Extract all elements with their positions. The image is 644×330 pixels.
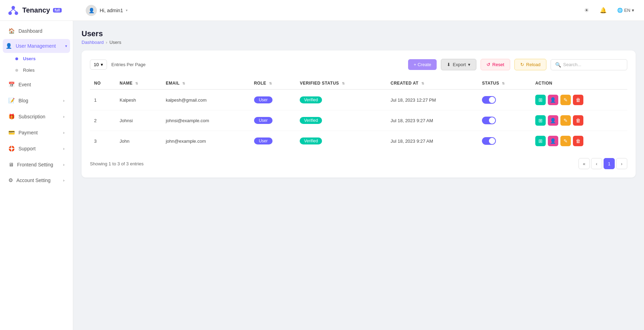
globe-icon: 🌐 — [617, 8, 623, 13]
table-toolbar: 10 ▾ Entries Per Page + Create ⬇ Export … — [90, 59, 627, 70]
reset-button[interactable]: ↺ Reset — [481, 59, 510, 70]
user-button[interactable]: 👤 — [548, 95, 558, 105]
search-box: 🔍 — [551, 59, 627, 70]
cell-verified-status: Verified — [296, 89, 386, 110]
sidebar-label-blog: Blog — [18, 98, 28, 103]
col-created-at[interactable]: CREATED AT ⇅ — [386, 77, 478, 89]
user-management-chevron-icon: ▾ — [65, 44, 67, 48]
table-body: 1 Kalpesh kalpesh@gmail.com User Verifie… — [90, 89, 627, 151]
notification-icon[interactable]: 🔔 — [598, 5, 609, 16]
sidebar-item-frontend-setting[interactable]: 🖥 Frontend Setting › — [3, 157, 70, 172]
delete-button[interactable]: 🗑 — [573, 136, 583, 146]
col-action: ACTION — [531, 77, 627, 89]
account-setting-chevron-icon: › — [63, 178, 64, 182]
breadcrumb-current: Users — [109, 40, 121, 45]
sidebar-item-dashboard[interactable]: 🏠 Dashboard — [3, 24, 70, 38]
table-footer: Showing 1 to 3 of 3 entries « ‹ 1 › — [90, 158, 627, 169]
entries-per-page-select[interactable]: 10 ▾ — [90, 60, 107, 70]
logo: Tenancy full — [7, 4, 77, 17]
user-greeting[interactable]: 👤 Hi, admin1 ▾ — [82, 3, 131, 18]
col-role[interactable]: ROLE ⇅ — [250, 77, 296, 89]
table-card: 10 ▾ Entries Per Page + Create ⬇ Export … — [82, 50, 636, 178]
topnav-center: 👤 Hi, admin1 ▾ — [82, 3, 575, 18]
cell-status — [478, 131, 531, 151]
svg-line-3 — [10, 9, 13, 12]
verified-sort-icon: ⇅ — [342, 81, 345, 85]
action-buttons: ⊞ 👤 ✎ 🗑 — [535, 95, 623, 105]
svg-point-0 — [12, 6, 15, 9]
breadcrumb-separator: › — [106, 40, 107, 45]
cell-email: john@example.com — [162, 131, 250, 151]
sidebar-item-payment[interactable]: 💳 Payment › — [3, 125, 70, 140]
sidebar-label-subscription: Subscription — [18, 114, 45, 119]
sidebar-item-event[interactable]: 📅 Event — [3, 77, 70, 92]
logo-icon — [7, 4, 20, 17]
status-toggle[interactable] — [482, 96, 496, 104]
svg-point-2 — [15, 11, 18, 15]
app-name: Tenancy — [22, 6, 50, 14]
reload-button[interactable]: ↻ Reload — [514, 59, 546, 70]
sidebar-item-subscription[interactable]: 🎁 Subscription › — [3, 109, 70, 124]
cell-action: ⊞ 👤 ✎ 🗑 — [531, 89, 627, 110]
svg-line-4 — [13, 9, 16, 12]
role-badge: User — [254, 96, 273, 103]
delete-button[interactable]: 🗑 — [573, 115, 583, 126]
sidebar-item-users[interactable]: Users — [3, 53, 70, 64]
breadcrumb-parent[interactable]: Dashboard — [82, 40, 104, 45]
account-setting-icon: ⚙ — [8, 177, 13, 183]
col-name[interactable]: NAME ⇅ — [115, 77, 161, 89]
col-status[interactable]: STATUS ⇅ — [478, 77, 531, 89]
sidebar-label-account-setting: Account Setting — [16, 178, 51, 183]
view-button[interactable]: ⊞ — [535, 136, 546, 146]
support-chevron-icon: › — [63, 147, 64, 151]
col-email[interactable]: EMAIL ⇅ — [162, 77, 250, 89]
reload-label: Reload — [526, 62, 540, 67]
sidebar-item-account-setting[interactable]: ⚙ Account Setting › — [3, 173, 70, 188]
create-button[interactable]: + Create — [408, 59, 437, 70]
view-button[interactable]: ⊞ — [535, 95, 546, 105]
delete-button[interactable]: 🗑 — [573, 95, 583, 105]
user-button[interactable]: 👤 — [548, 136, 558, 146]
theme-toggle-icon[interactable]: ☀ — [581, 5, 592, 16]
dashboard-icon: 🏠 — [8, 28, 15, 34]
cell-name: John — [115, 131, 161, 151]
status-toggle[interactable] — [482, 117, 496, 124]
status-toggle[interactable] — [482, 137, 496, 145]
edit-button[interactable]: ✎ — [560, 136, 571, 146]
users-table: NO NAME ⇅ EMAIL ⇅ ROLE ⇅ VERIFIED STATUS… — [90, 77, 627, 151]
sidebar-item-roles[interactable]: Roles — [3, 64, 70, 76]
table-head: NO NAME ⇅ EMAIL ⇅ ROLE ⇅ VERIFIED STATUS… — [90, 77, 627, 89]
user-button[interactable]: 👤 — [548, 115, 558, 126]
sidebar-item-support[interactable]: 🛟 Support › — [3, 141, 70, 156]
pagination-page-1[interactable]: 1 — [604, 158, 615, 169]
topnav: Tenancy full 👤 Hi, admin1 ▾ ☀ 🔔 🌐 EN ▾ — [0, 0, 644, 21]
view-button[interactable]: ⊞ — [535, 115, 546, 126]
edit-button[interactable]: ✎ — [560, 115, 571, 126]
sidebar-label-payment: Payment — [18, 130, 38, 135]
sidebar-item-blog[interactable]: 📝 Blog › — [3, 93, 70, 108]
edit-button[interactable]: ✎ — [560, 95, 571, 105]
roles-dot-icon — [15, 69, 18, 72]
search-input[interactable] — [563, 62, 623, 67]
action-buttons: ⊞ 👤 ✎ 🗑 — [535, 136, 623, 146]
subscription-icon: 🎁 — [8, 113, 15, 120]
sidebar-item-user-management[interactable]: 👤 User Management ▾ — [3, 39, 70, 53]
pagination-next-button[interactable]: › — [616, 158, 627, 169]
lang-chevron-icon: ▾ — [632, 8, 634, 13]
sidebar-group-user-management: 👤 User Management ▾ Users Roles — [3, 39, 70, 76]
cell-name: Kalpesh — [115, 89, 161, 110]
frontend-setting-chevron-icon: › — [63, 163, 64, 167]
cell-no: 2 — [90, 110, 115, 131]
entries-count: 10 — [94, 62, 99, 67]
export-button[interactable]: ⬇ Export ▾ — [441, 59, 476, 70]
language-button[interactable]: 🌐 EN ▾ — [614, 6, 637, 14]
table-row: 2 Johnsi johnsi@example.com User Verifie… — [90, 110, 627, 131]
pagination-first-button[interactable]: « — [578, 158, 590, 169]
support-icon: 🛟 — [8, 146, 15, 152]
col-verified-status[interactable]: VERIFIED STATUS ⇅ — [296, 77, 386, 89]
cell-email: kalpesh@gmail.com — [162, 89, 250, 110]
search-icon: 🔍 — [555, 62, 561, 68]
cell-created-at: Jul 18, 2023 12:27 PM — [386, 89, 478, 110]
pagination-prev-button[interactable]: ‹ — [591, 158, 602, 169]
role-badge: User — [254, 117, 273, 124]
